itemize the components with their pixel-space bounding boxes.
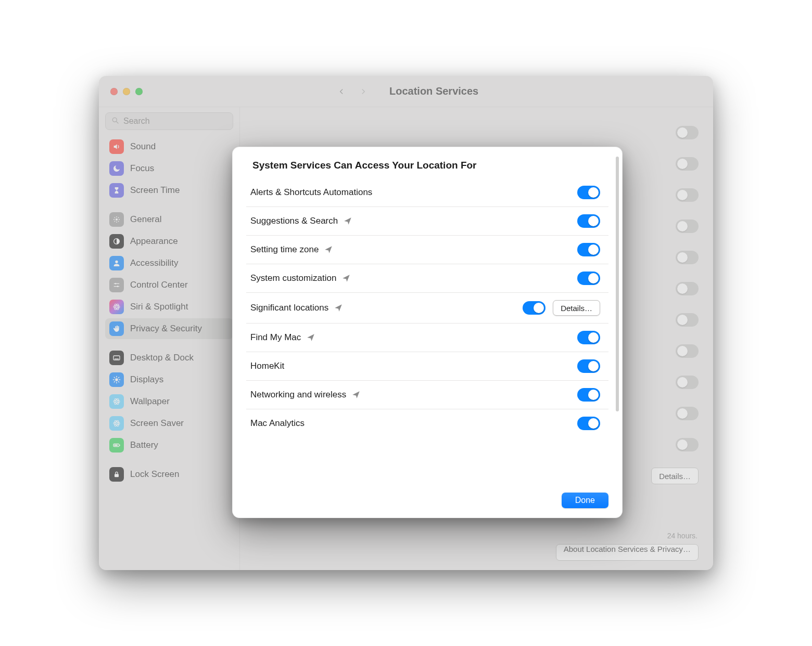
sheet-title: System Services Can Access Your Location… xyxy=(252,160,608,171)
service-label: Mac Analytics xyxy=(250,418,304,429)
service-label: Find My Mac xyxy=(250,332,301,343)
service-toggle[interactable] xyxy=(523,301,545,315)
service-toggle[interactable] xyxy=(577,359,600,373)
location-arrow-icon xyxy=(334,303,343,313)
system-services-sheet: System Services Can Access Your Location… xyxy=(232,147,623,518)
service-label: Significant locations xyxy=(250,303,328,313)
service-toggle[interactable] xyxy=(577,186,600,199)
service-label: Networking and wireless xyxy=(250,390,346,400)
service-row: Significant locationsDetails… xyxy=(246,293,608,324)
service-row: Networking and wireless xyxy=(246,381,608,409)
service-label: Setting time zone xyxy=(250,244,319,255)
service-row: Setting time zone xyxy=(246,236,608,264)
service-row: Suggestions & Search xyxy=(246,207,608,236)
service-toggle[interactable] xyxy=(577,417,600,430)
service-toggle[interactable] xyxy=(577,331,600,344)
system-settings-window: Location Services Search SoundFocusScree… xyxy=(99,76,713,570)
service-label: System customization xyxy=(250,273,336,283)
location-arrow-icon xyxy=(351,390,361,399)
service-label: Suggestions & Search xyxy=(250,216,338,226)
service-row: Mac Analytics xyxy=(246,409,608,437)
service-toggle[interactable] xyxy=(577,388,600,402)
service-toggle[interactable] xyxy=(577,243,600,256)
details-button[interactable]: Details… xyxy=(553,300,600,316)
service-toggle[interactable] xyxy=(577,214,600,228)
service-label: HomeKit xyxy=(250,361,284,371)
service-row: Alerts & Shortcuts Automations xyxy=(246,178,608,207)
location-arrow-icon xyxy=(341,274,351,283)
service-label: Alerts & Shortcuts Automations xyxy=(250,187,372,198)
service-row: HomeKit xyxy=(246,352,608,381)
service-toggle[interactable] xyxy=(577,272,600,285)
service-row: System customization xyxy=(246,264,608,293)
done-button[interactable]: Done xyxy=(562,493,608,508)
location-arrow-icon xyxy=(306,333,315,342)
location-arrow-icon xyxy=(324,245,333,254)
location-arrow-icon xyxy=(343,216,352,226)
service-row: Find My Mac xyxy=(246,324,608,352)
